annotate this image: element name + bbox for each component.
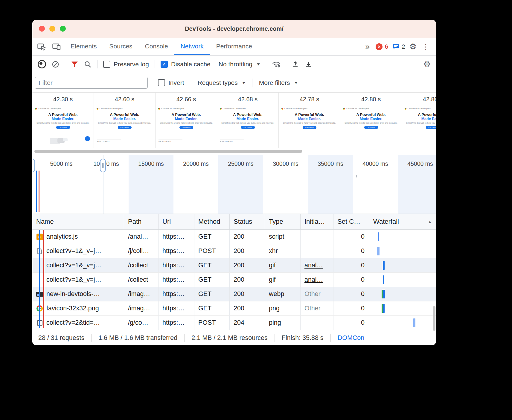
timeline-label: 20000 ms xyxy=(183,160,209,167)
timeline-left-handle[interactable] xyxy=(32,159,35,172)
close-window-button[interactable] xyxy=(39,26,45,32)
filter-input[interactable] xyxy=(35,77,148,89)
request-path: /imag… xyxy=(124,301,159,315)
table-row[interactable]: collect?v=2&tid=… /g/co… https:… POST 20… xyxy=(32,316,436,330)
horizontal-scrollbar-thumb[interactable] xyxy=(34,150,302,153)
table-row[interactable]: new-in-devtools-… /imag… https:… GET 200… xyxy=(32,287,436,301)
import-har-icon[interactable] xyxy=(292,61,299,68)
filmstrip-frame[interactable]: 42.66 s Chrome for Developers A Powerful… xyxy=(156,93,217,148)
thumb-featured-label: FEATURED xyxy=(220,139,244,142)
disable-cache-box[interactable] xyxy=(161,61,168,68)
request-initiator xyxy=(301,230,333,244)
request-initiator[interactable]: anal… xyxy=(301,258,333,272)
request-waterfall xyxy=(369,230,436,244)
invert-label: Invert xyxy=(168,79,184,86)
column-header-initia[interactable]: Initia… xyxy=(301,214,333,229)
device-toolbar-icon[interactable] xyxy=(52,43,61,51)
column-header-url[interactable]: Url xyxy=(159,214,194,229)
inspect-element-icon[interactable] xyxy=(37,43,46,51)
thumb-get-started-button: Get Started xyxy=(179,126,193,129)
clear-network-log-icon[interactable] xyxy=(52,61,59,68)
issues-badge[interactable]: 2 xyxy=(392,43,405,50)
requests-table: ‹› analytics.js /anal… https:… GET 200 s… xyxy=(32,230,436,328)
tab-elements[interactable]: Elements xyxy=(64,38,103,55)
table-row[interactable]: collect?v=1&_v=j… /collect https:… GET 2… xyxy=(32,258,436,273)
invert-box[interactable] xyxy=(158,79,165,86)
column-header-status[interactable]: Status xyxy=(230,214,265,229)
thumb-get-started-button: Get Started xyxy=(364,126,378,129)
record-network-log-button[interactable] xyxy=(38,60,46,68)
timeline-label: 5000 ms xyxy=(50,160,73,167)
request-method: GET xyxy=(194,301,230,315)
thumb-title-accent: Made Easier. xyxy=(340,117,402,121)
filter-funnel-icon[interactable] xyxy=(71,61,78,68)
frame-thumbnail: Chrome for Developers A Powerful Web. Ma… xyxy=(340,106,402,144)
customize-menu-icon[interactable]: ⋮ xyxy=(421,43,431,50)
settings-gear-icon[interactable]: ⚙ xyxy=(409,43,417,51)
window-title: DevTools - developer.chrome.com/ xyxy=(185,25,284,32)
request-initiator[interactable]: anal… xyxy=(301,273,333,287)
network-conditions-icon[interactable] xyxy=(272,60,281,68)
column-header-method[interactable]: Method xyxy=(194,214,230,229)
table-row[interactable]: collect?v=1&_v=j… /collect https:… GET 2… xyxy=(32,273,436,287)
tab-network[interactable]: Network xyxy=(174,38,210,55)
chevron-down-icon: ▼ xyxy=(294,81,298,85)
frame-timestamp: 42.30 s xyxy=(32,93,94,106)
thumb-title: A Powerful Web. xyxy=(279,113,340,117)
more-tabs-icon[interactable]: » xyxy=(363,43,371,51)
column-header-waterfall[interactable]: Waterfall▲ xyxy=(369,214,436,229)
filmstrip-frame[interactable]: 42.30 s Chrome for Developers A Powerful… xyxy=(32,93,94,148)
waterfall-bar xyxy=(377,247,380,255)
title-bar: DevTools - developer.chrome.com/ xyxy=(32,20,436,38)
request-type-icon xyxy=(36,292,43,297)
filmstrip-frame[interactable]: 42.68 s Chrome for Developers A Powerful… xyxy=(217,93,279,148)
network-settings-gear-icon[interactable]: ⚙ xyxy=(423,60,431,68)
thumb-get-started-button: Get Started xyxy=(303,126,316,129)
zoom-window-button[interactable] xyxy=(60,26,66,32)
request-set-cookies: 0 xyxy=(333,301,369,315)
filmstrip-frame[interactable]: 42.78 s Chrome for Developers A Powerful… xyxy=(279,93,340,148)
request-type: xhr xyxy=(265,244,301,258)
timeline-overview[interactable]: 5000 ms10000 ms15000 ms20000 ms25000 ms3… xyxy=(32,155,436,214)
table-row[interactable]: collect?v=1&_v=j… /j/coll… https:… POST … xyxy=(32,244,436,258)
filmstrip-frame[interactable]: 42.60 s Chrome for Developers A Powerful… xyxy=(94,93,156,148)
timeline-right-handle[interactable] xyxy=(100,159,106,172)
table-row[interactable]: ‹› analytics.js /anal… https:… GET 200 s… xyxy=(32,230,436,244)
column-header-type[interactable]: Type xyxy=(265,214,301,229)
chevron-down-icon: ▼ xyxy=(256,62,260,66)
status-item: 2.1 MB / 2.1 MB resources xyxy=(191,334,268,342)
request-set-cookies: 0 xyxy=(333,287,369,301)
errors-badge[interactable]: ✕ 6 xyxy=(376,43,388,50)
filmstrip-frame[interactable]: 42.80 s Chrome for Developers A Powerful… xyxy=(340,93,402,148)
waterfall-load-line xyxy=(43,230,44,328)
request-path: /collect xyxy=(124,273,159,287)
thumb-subtitle: Simplifying the web to help you build, g… xyxy=(217,122,278,124)
tab-console[interactable]: Console xyxy=(139,38,174,55)
request-type-icon xyxy=(36,305,43,312)
tab-sources[interactable]: Sources xyxy=(103,38,139,55)
minimize-window-button[interactable] xyxy=(49,26,55,32)
tab-performance[interactable]: Performance xyxy=(210,38,258,55)
preserve-log-checkbox[interactable]: Preserve log xyxy=(103,61,149,68)
error-count: 6 xyxy=(385,43,388,50)
column-header-path[interactable]: Path xyxy=(124,214,159,229)
disable-cache-checkbox[interactable]: Disable cache xyxy=(161,61,211,68)
export-har-icon[interactable] xyxy=(305,61,312,68)
request-name: collect?v=2&tid=… xyxy=(46,319,100,327)
filmstrip-frame[interactable]: 42.86 s Chrome for Developers A Powerful… xyxy=(402,93,436,148)
request-initiator: Other xyxy=(301,301,333,315)
search-icon[interactable] xyxy=(84,61,92,68)
request-type: ping xyxy=(265,316,301,330)
request-method: GET xyxy=(194,287,230,301)
preserve-log-box[interactable] xyxy=(103,61,110,68)
panel-tabs: ElementsSourcesConsoleNetworkPerformance xyxy=(64,38,258,55)
throttling-dropdown[interactable]: No throttling ▼ xyxy=(219,61,260,68)
vertical-scrollbar-thumb[interactable] xyxy=(433,306,435,331)
column-header-setc[interactable]: Set C… xyxy=(333,214,369,229)
more-filters-dropdown[interactable]: More filters ▼ xyxy=(259,79,298,86)
invert-checkbox[interactable]: Invert xyxy=(158,79,184,86)
request-status: 200 xyxy=(230,244,265,258)
request-types-dropdown[interactable]: Request types ▼ xyxy=(198,79,246,86)
column-header-name[interactable]: Name xyxy=(32,214,124,229)
table-row[interactable]: favicon-32x32.png /imag… https:… GET 200… xyxy=(32,301,436,316)
